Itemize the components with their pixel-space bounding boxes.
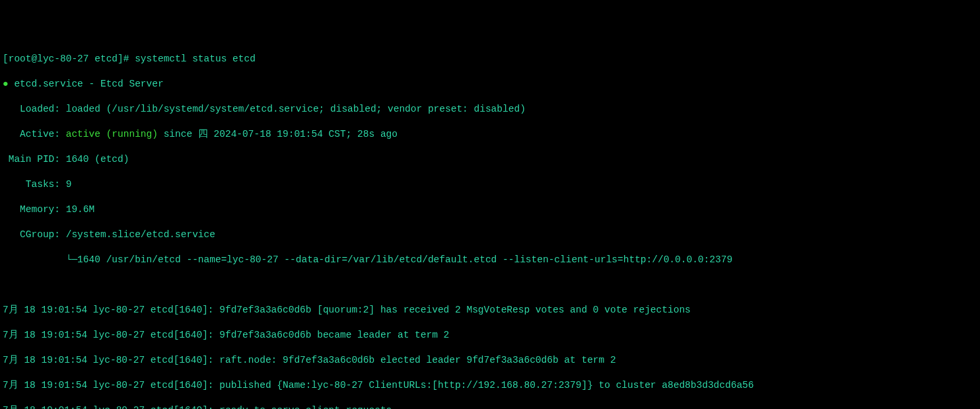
log-ts: 7月 18 19:01:54 lyc-80-27 etcd[1640]: [3,405,219,409]
blank [3,279,977,291]
prompt: [root@lyc-80-27 etcd]# [3,54,135,64]
service-line: ● etcd.service - Etcd Server [3,78,977,91]
status-dot: ● [3,79,9,89]
log-msg: ready to serve client requests [219,405,392,409]
active-line: Active: active (running) since 四 2024-07… [3,128,977,141]
log-ts: 7月 18 19:01:54 lyc-80-27 etcd[1640]: [3,330,219,340]
log-msg: raft.node: 9fd7ef3a3a6c0d6b elected lead… [219,355,615,365]
cgroup-cmd-line: └─1640 /usr/bin/etcd --name=lyc-80-27 --… [3,254,977,266]
log-ts: 7月 18 19:01:54 lyc-80-27 etcd[1640]: [3,380,219,390]
cgroup-line: CGroup: /system.slice/etcd.service [3,229,977,241]
mainpid-line: Main PID: 1640 (etcd) [3,153,977,166]
active-rest: since 四 2024-07-18 19:01:54 CST; 28s ago [158,129,398,139]
log-msg: 9fd7ef3a3a6c0d6b became leader at term 2 [219,330,449,340]
log-msg: published {Name:lyc-80-27 ClientURLs:[ht… [219,380,753,390]
log-line: 7月 18 19:01:54 lyc-80-27 etcd[1640]: raf… [3,354,977,367]
log-line: 7月 18 19:01:54 lyc-80-27 etcd[1640]: 9fd… [3,304,977,316]
log-line: 7月 18 19:01:54 lyc-80-27 etcd[1640]: rea… [3,404,977,409]
active-label: Active: [3,129,66,139]
active-value: active (running) [66,129,158,139]
memory-line: Memory: 19.6M [3,204,977,216]
command: systemctl status etcd [135,54,256,64]
log-ts: 7月 18 19:01:54 lyc-80-27 etcd[1640]: [3,355,219,365]
tasks-line: Tasks: 9 [3,178,977,191]
loaded-line: Loaded: loaded (/usr/lib/systemd/system/… [3,103,977,116]
log-ts: 7月 18 19:01:54 lyc-80-27 etcd[1640]: [3,305,219,315]
log-line: 7月 18 19:01:54 lyc-80-27 etcd[1640]: pub… [3,379,977,392]
service-name: etcd.service - Etcd Server [14,79,163,89]
log-msg: 9fd7ef3a3a6c0d6b [quorum:2] has received… [219,305,691,315]
log-line: 7月 18 19:01:54 lyc-80-27 etcd[1640]: 9fd… [3,329,977,342]
prompt-line-1: [root@lyc-80-27 etcd]# systemctl status … [3,53,977,65]
